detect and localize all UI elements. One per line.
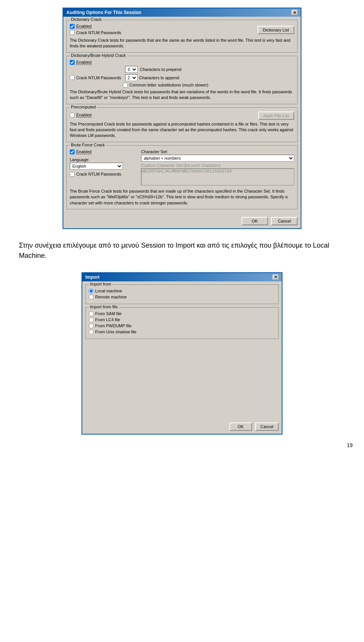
brute-ntlm-checkbox[interactable] <box>70 172 75 177</box>
dict-ntlm-label: Crack NTLM Passwords <box>76 30 121 35</box>
greek-text: Στην συνέχεια επιλέγουμε από το μενού Se… <box>19 240 345 261</box>
append-select[interactable]: 2013 <box>125 74 138 81</box>
brute-enabled-checkbox[interactable] <box>70 149 75 154</box>
brute-enabled-label: Enabled <box>76 149 91 154</box>
dictionary-crack-group: Dictionary Crack Enabled Crack NTLM Pass… <box>66 20 298 53</box>
greek-text-section: Στην συνέχεια επιλέγουμε από το μενού Se… <box>4 233 360 268</box>
from-lc4-row: From LC4 file <box>89 317 275 322</box>
import-dialog-titlebar: Import ✕ <box>82 273 282 281</box>
local-machine-label: Local machine <box>95 289 122 293</box>
remote-machine-label: Remote machine <box>95 295 127 299</box>
import-from-file-label: Import from file <box>89 305 119 309</box>
prepend-label: Characters to prepend <box>140 67 181 72</box>
hybrid-crack-label: Dictionary/Brute Hybrid Crack <box>70 53 127 58</box>
brute-enabled-row: Enabled <box>70 149 138 154</box>
import-dialog: Import ✕ Import from Local machine Remot… <box>82 272 282 435</box>
hybrid-common-letter-row: Common letter substitutions (much slower… <box>70 83 294 88</box>
hybrid-ntlm-label: Crack NTLM Passwords <box>76 75 121 80</box>
import-ok-button[interactable]: OK <box>229 422 252 431</box>
page-number: 19 <box>4 438 360 452</box>
language-select[interactable]: English <box>70 163 123 170</box>
append-label: Characters to append <box>139 75 179 80</box>
char-set-select[interactable]: alphabet + numbers alphabet numbers all … <box>141 155 294 162</box>
prepend-select[interactable]: 0123 <box>125 66 138 73</box>
main-dialog-buttons: OK Cancel <box>63 215 301 228</box>
import-dialog-buttons: OK Cancel <box>82 421 282 434</box>
main-cancel-button[interactable]: Cancel <box>271 217 298 225</box>
from-pwdump-row: From PWDUMP file <box>89 323 275 328</box>
import-spacer <box>85 342 279 418</box>
custom-char-textarea[interactable]: ABCDEFGHIJKLMNOPQRSTUVWXYZ0123456789 <box>141 168 294 185</box>
import-cancel-button[interactable]: Cancel <box>255 422 279 431</box>
custom-char-label: Custom Character Set (list each characte… <box>141 163 294 168</box>
from-unix-radio[interactable] <box>89 330 94 334</box>
from-sam-radio[interactable] <box>89 311 94 316</box>
dictionary-list-button[interactable]: Dictionary List <box>257 26 294 34</box>
dict-enabled-row: Enabled <box>70 24 121 29</box>
import-from-file-group: Import from file From SAM file From LC4 … <box>85 307 279 339</box>
language-label: Language: <box>70 157 138 162</box>
main-dialog-content: Dictionary Crack Enabled Crack NTLM Pass… <box>63 17 301 215</box>
char-set-row: alphabet + numbers alphabet numbers all … <box>141 155 294 162</box>
precomputed-enabled-row: Enabled <box>70 113 91 118</box>
brute-ntlm-label: Crack NTLM Passwords <box>76 172 121 176</box>
import-dialog-close-button[interactable]: ✕ <box>273 275 279 280</box>
dictionary-crack-label: Dictionary Crack <box>70 17 103 22</box>
dict-crack-description: The Dictionary Crack tests for passwords… <box>70 38 294 49</box>
precomputed-label: Precomputed <box>70 105 97 109</box>
language-row: Language: English <box>70 157 138 170</box>
import-dialog-title: Import <box>85 275 99 280</box>
hash-file-list-button[interactable]: Hash File List <box>258 111 294 120</box>
from-sam-row: From SAM file <box>89 311 275 316</box>
dict-ntlm-row: Crack NTLM Passwords <box>70 30 121 35</box>
from-pwdump-radio[interactable] <box>89 323 94 328</box>
main-ok-button[interactable]: OK <box>242 217 268 225</box>
hybrid-ntlm-checkbox[interactable] <box>70 75 75 80</box>
from-pwdump-label: From PWDUMP file <box>95 323 132 328</box>
hybrid-common-letter-checkbox[interactable] <box>123 83 128 88</box>
local-machine-radio[interactable] <box>89 289 94 294</box>
hybrid-crack-group: Dictionary/Brute Hybrid Crack Enabled 01… <box>66 56 298 104</box>
from-sam-label: From SAM file <box>95 311 122 316</box>
from-unix-row: From Unix shadow file <box>89 330 275 334</box>
brute-ntlm-row: Crack NTLM Passwords <box>70 172 138 177</box>
remote-machine-radio[interactable] <box>89 295 94 300</box>
hybrid-description: The Dictionary/Brute Hybrid Crack tests … <box>70 89 294 101</box>
main-dialog: Auditing Options For This Session ✕ Dict… <box>63 8 301 229</box>
hybrid-enabled-checkbox[interactable] <box>70 60 75 65</box>
dict-ntlm-checkbox[interactable] <box>70 30 75 35</box>
hybrid-ntlm-row: Crack NTLM Passwords 2013 Characters to … <box>70 74 294 81</box>
brute-force-group: Brute Force Crack Enabled Language: En <box>66 145 298 209</box>
from-unix-label: From Unix shadow file <box>95 330 136 334</box>
remote-machine-row: Remote machine <box>89 295 275 300</box>
char-set-label: Character Set: <box>141 149 294 154</box>
main-dialog-close-button[interactable]: ✕ <box>292 10 298 15</box>
main-dialog-title: Auditing Options For This Session <box>66 10 141 15</box>
precomputed-enabled-label: Enabled <box>76 113 91 118</box>
hybrid-enabled-row: Enabled <box>70 60 294 65</box>
local-machine-row: Local machine <box>89 289 275 294</box>
precomputed-group: Precomputed Enabled Hash File List The P… <box>66 107 298 142</box>
import-dialog-content: Import from Local machine Remote machine… <box>82 281 282 421</box>
brute-force-label: Brute Force Crack <box>70 143 106 147</box>
import-from-label: Import from <box>89 282 112 286</box>
precomputed-enabled-checkbox[interactable] <box>70 113 75 118</box>
main-dialog-titlebar: Auditing Options For This Session ✕ <box>63 8 301 17</box>
from-lc4-label: From LC4 file <box>95 317 120 322</box>
brute-description: The Brute Force Crack tests for password… <box>70 188 294 206</box>
precomputed-description: The Precomputed Crack tests for password… <box>70 121 294 139</box>
from-lc4-radio[interactable] <box>89 317 94 322</box>
import-from-group: Import from Local machine Remote machine <box>85 284 279 304</box>
hybrid-prepend-row: 0123 Characters to prepend <box>70 66 294 73</box>
hybrid-common-letter-label: Common letter substitutions (much slower… <box>129 83 208 87</box>
dict-enabled-label: Enabled <box>76 24 91 29</box>
hybrid-enabled-label: Enabled <box>76 60 91 65</box>
dict-enabled-checkbox[interactable] <box>70 24 75 29</box>
